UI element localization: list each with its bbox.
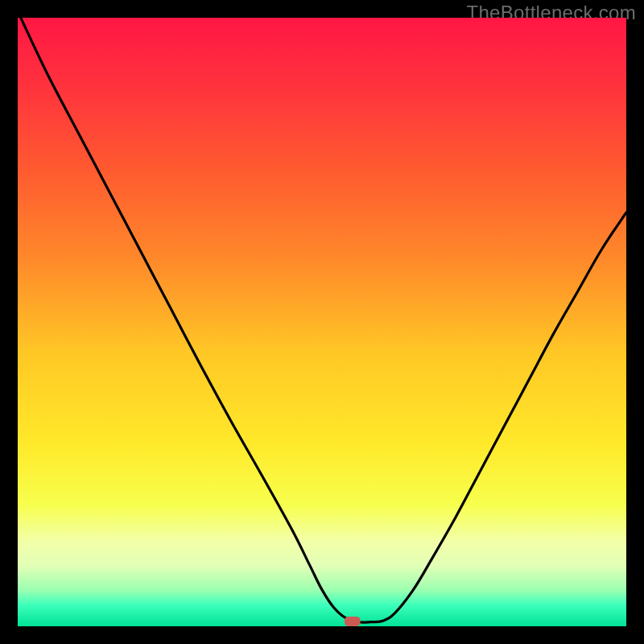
chart-frame: TheBottleneck.com [0,0,644,644]
gradient-background [18,18,626,626]
minimum-marker [345,617,361,626]
plot-area [18,18,626,626]
bottleneck-chart [18,18,626,626]
